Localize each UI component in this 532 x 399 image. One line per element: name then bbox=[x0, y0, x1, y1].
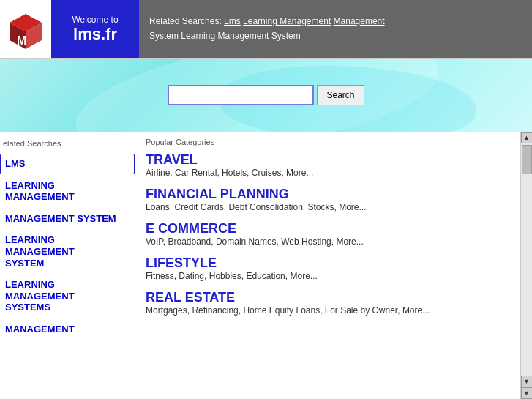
sidebar-item-management[interactable]: MANAGEMENT bbox=[0, 319, 135, 340]
link-mortgages[interactable]: Mortgages bbox=[146, 305, 187, 316]
link-web-hosting[interactable]: Web Hosting bbox=[281, 236, 331, 247]
link-domain-names[interactable]: Domain Names bbox=[216, 236, 277, 247]
category-title-ecommerce[interactable]: E COMMERCE bbox=[146, 221, 236, 236]
link-loans[interactable]: Loans bbox=[146, 202, 170, 212]
category-title-travel[interactable]: TRAVEL bbox=[146, 152, 198, 167]
search-input[interactable] bbox=[168, 85, 314, 105]
sidebar-item-lms[interactable]: LMS bbox=[0, 154, 135, 174]
sidebar-item-management-system[interactable]: MANAGEMENT SYSTEM bbox=[0, 209, 135, 229]
category-links-travel: Airline, Car Rental, Hotels, Cruises, Mo… bbox=[146, 168, 510, 178]
category-title-lifestyle[interactable]: LIFESTYLE bbox=[146, 256, 217, 270]
link-debt-consolidation[interactable]: Debt Consolidation bbox=[228, 202, 302, 212]
related-link-learning-management[interactable]: Learning Management bbox=[243, 16, 331, 26]
link-broadband[interactable]: Broadband bbox=[168, 236, 211, 247]
category-real-estate: REAL ESTATE Mortgages, Refinancing, Home… bbox=[146, 290, 510, 316]
content-title: Popular Categories bbox=[146, 138, 510, 146]
related-link-management-system[interactable]: Management bbox=[334, 16, 385, 26]
link-hobbies[interactable]: Hobbies bbox=[209, 271, 241, 281]
sidebar-item-learning-management-systems[interactable]: LEARNINGMANAGEMENTSYSTEMS bbox=[0, 275, 135, 318]
hero-banner: Search bbox=[0, 59, 532, 132]
link-stocks[interactable]: Stocks bbox=[307, 202, 334, 212]
related-searches-header: Related Searches: Lms Learning Managemen… bbox=[139, 0, 532, 58]
category-ecommerce: E COMMERCE VoIP, Broadband, Domain Names… bbox=[146, 221, 510, 247]
category-links-ecommerce: VoIP, Broadband, Domain Names, Web Hosti… bbox=[146, 236, 510, 247]
category-links-real-estate: Mortgages, Refinancing, Home Equity Loan… bbox=[146, 305, 510, 316]
related-searches-content: Related Searches: Lms Learning Managemen… bbox=[149, 15, 385, 42]
search-button[interactable]: Search bbox=[317, 85, 364, 105]
link-voip[interactable]: VoIP bbox=[146, 236, 163, 247]
link-car-rental[interactable]: Car Rental bbox=[175, 168, 217, 178]
sidebar-title: elated Searches bbox=[0, 138, 135, 152]
logo-box: M bbox=[0, 0, 51, 58]
related-link-management-system-2[interactable]: System bbox=[149, 31, 179, 41]
scroll-up-button[interactable]: ▲ bbox=[521, 132, 533, 143]
header: M Welcome to lms.fr Related Searches: Lm… bbox=[0, 0, 532, 59]
link-travel-more[interactable]: More... bbox=[286, 168, 313, 178]
domain-text: lms.fr bbox=[73, 25, 117, 44]
scroll-down-button-2[interactable]: ▼ bbox=[521, 387, 533, 399]
link-hotels[interactable]: Hotels bbox=[222, 168, 247, 178]
category-lifestyle: LIFESTYLE Fitness, Dating, Hobbies, Educ… bbox=[146, 256, 510, 281]
welcome-text: Welcome to bbox=[72, 15, 118, 25]
category-links-financial: Loans, Credit Cards, Debt Consolidation,… bbox=[146, 202, 510, 212]
related-link-lms-full[interactable]: Learning Management System bbox=[181, 31, 300, 41]
link-real-estate-more[interactable]: More... bbox=[402, 305, 430, 316]
link-education[interactable]: Education bbox=[246, 271, 285, 281]
category-title-real-estate[interactable]: REAL ESTATE bbox=[146, 290, 235, 305]
link-credit-cards[interactable]: Credit Cards bbox=[174, 202, 223, 212]
category-title-financial-planning[interactable]: FINANCIAL PLANNING bbox=[146, 187, 289, 201]
welcome-box: Welcome to lms.fr bbox=[51, 0, 139, 58]
link-home-equity[interactable]: Home Equity Loans bbox=[243, 305, 320, 316]
logo-cube: M bbox=[6, 10, 45, 49]
link-dating[interactable]: Dating bbox=[179, 271, 204, 281]
link-refinancing[interactable]: Refinancing bbox=[192, 305, 238, 316]
search-bar: Search bbox=[168, 85, 364, 105]
svg-text:M: M bbox=[17, 34, 26, 47]
link-ecommerce-more[interactable]: More... bbox=[336, 236, 363, 247]
category-links-lifestyle: Fitness, Dating, Hobbies, Education, Mor… bbox=[146, 271, 510, 281]
sidebar-item-learning-management[interactable]: LEARNINGMANAGEMENT bbox=[0, 176, 135, 207]
related-link-lms[interactable]: Lms bbox=[224, 16, 241, 26]
main-content: elated Searches LMS LEARNINGMANAGEMENT M… bbox=[0, 132, 532, 399]
scroll-down-button[interactable]: ▼ bbox=[521, 376, 533, 387]
sidebar: elated Searches LMS LEARNINGMANAGEMENT M… bbox=[0, 132, 135, 399]
sidebar-item-learning-management-system[interactable]: LEARNINGMANAGEMENTSYSTEM bbox=[0, 230, 135, 273]
link-cruises[interactable]: Cruises bbox=[252, 168, 282, 178]
link-fitness[interactable]: Fitness bbox=[146, 271, 174, 281]
category-financial-planning: FINANCIAL PLANNING Loans, Credit Cards, … bbox=[146, 187, 510, 212]
scrollbar-thumb[interactable] bbox=[522, 145, 532, 174]
link-financial-more[interactable]: More... bbox=[339, 202, 366, 212]
link-lifestyle-more[interactable]: More... bbox=[290, 271, 317, 281]
related-searches-label: Related Searches: bbox=[149, 16, 222, 26]
vertical-scrollbar: ▲ ▼ ▼ bbox=[520, 132, 532, 399]
link-for-sale-by-owner[interactable]: For Sale by Owner bbox=[325, 305, 397, 316]
link-airline[interactable]: Airline bbox=[146, 168, 170, 178]
content-area: Popular Categories TRAVEL Airline, Car R… bbox=[135, 132, 520, 399]
category-travel: TRAVEL Airline, Car Rental, Hotels, Crui… bbox=[146, 152, 510, 178]
